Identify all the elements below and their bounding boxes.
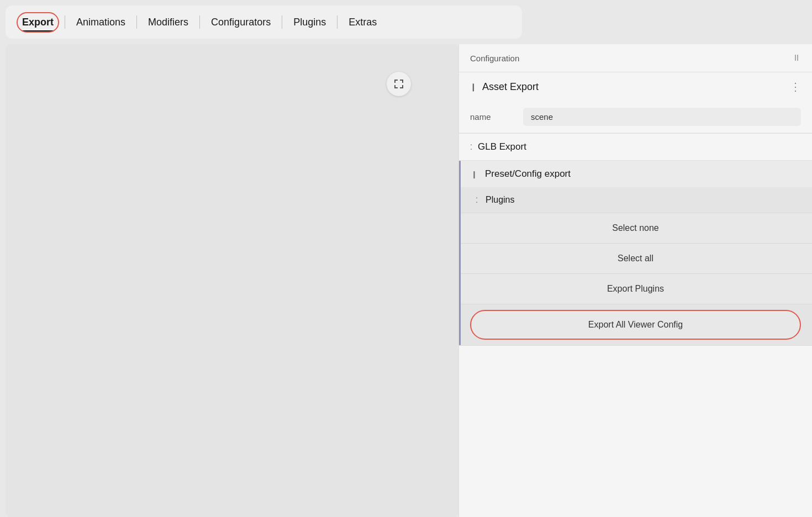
main-viewport <box>6 44 458 517</box>
name-value[interactable]: scene <box>523 108 801 126</box>
tab-extras[interactable]: Extras <box>338 10 388 35</box>
panel-header: Configuration ⏸ <box>459 44 812 72</box>
top-nav: Export Animations Modifiers Configurator… <box>6 6 522 39</box>
name-label: name <box>470 112 514 122</box>
asset-export-header: ❙ Asset Export ⋮ <box>459 72 812 101</box>
tab-animations[interactable]: Animations <box>65 10 136 35</box>
asset-export-icon: ❙ <box>470 82 477 91</box>
tab-modifiers[interactable]: Modifiers <box>137 10 199 35</box>
name-field-row: name scene <box>459 101 812 133</box>
plugins-icon: ⁚ <box>476 196 478 204</box>
preset-icon: ❙ <box>471 170 477 178</box>
glb-icon: ⁚ <box>470 143 472 151</box>
tab-plugins[interactable]: Plugins <box>282 10 337 35</box>
expand-icon <box>393 78 404 89</box>
preset-config-title: Preset/Config export <box>485 168 571 180</box>
asset-export-section: ❙ Asset Export ⋮ name scene <box>459 72 812 134</box>
tab-configurators[interactable]: Configurators <box>200 10 282 35</box>
plugins-title: Plugins <box>486 195 514 205</box>
right-panel: Configuration ⏸ ❙ Asset Export ⋮ name sc… <box>458 44 812 517</box>
select-none-button[interactable]: Select none <box>459 213 812 244</box>
export-all-wrapper: Export All Viewer Config <box>459 304 812 345</box>
plugins-section: ⁚ Plugins Select none Select all Export … <box>459 187 812 345</box>
preset-config-section: ❙ Preset/Config export ⁚ Plugins Select … <box>459 161 812 346</box>
plugins-header: ⁚ Plugins <box>459 187 812 213</box>
export-all-viewer-config-button[interactable]: Export All Viewer Config <box>470 310 801 340</box>
asset-export-title: ❙ Asset Export <box>470 81 539 93</box>
glb-export-title: GLB Export <box>478 141 526 152</box>
asset-export-menu[interactable]: ⋮ <box>790 80 801 93</box>
glb-export-row: ⁚ GLB Export <box>459 134 812 161</box>
panel-title: Configuration <box>470 54 519 63</box>
plugins-accent-bar <box>459 187 461 213</box>
tab-export[interactable]: Export <box>11 10 65 35</box>
preset-config-header: ❙ Preset/Config export <box>459 161 812 187</box>
export-plugins-button[interactable]: Export Plugins <box>459 274 812 304</box>
expand-button[interactable] <box>387 72 411 96</box>
select-all-button[interactable]: Select all <box>459 244 812 274</box>
panel-collapse-icon[interactable]: ⏸ <box>792 53 801 63</box>
